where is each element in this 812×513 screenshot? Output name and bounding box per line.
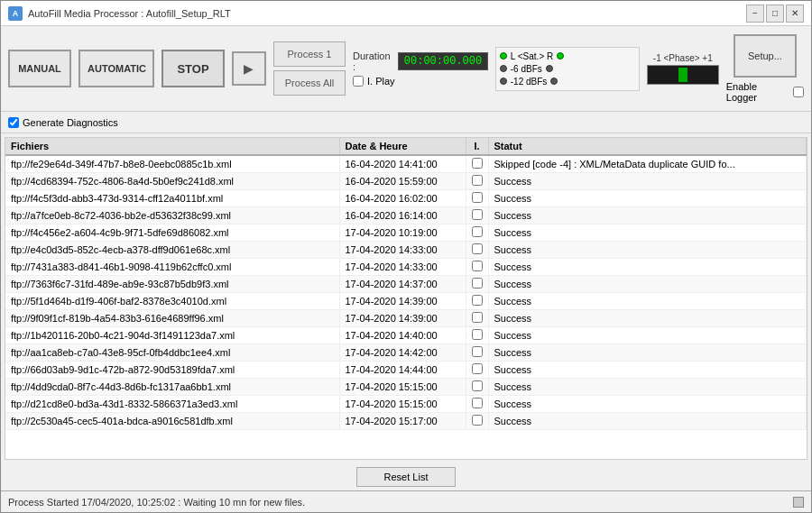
duration-row: Duration : 00:00:00.000 — [353, 50, 488, 72]
iplay-checkbox[interactable] — [353, 76, 364, 87]
cell-checkbox[interactable] — [466, 224, 488, 242]
iplay-label: I. Play — [367, 76, 395, 87]
process-group: Process 1 Process All — [273, 41, 346, 96]
process-all-button[interactable]: Process All — [273, 70, 346, 96]
toolbar: MANUAL AUTOMATIC STOP ▶ Process 1 Proces… — [1, 26, 811, 112]
cell-statut: Success — [488, 310, 807, 327]
cell-checkbox[interactable] — [466, 413, 488, 430]
table-header-row: Fichiers Date & Heure I. Statut — [5, 138, 807, 155]
cell-checkbox[interactable] — [466, 327, 488, 344]
table-row[interactable]: ftp://9f09f1cf-819b-4a54-83b3-616e4689ff… — [5, 310, 807, 327]
cell-fichier: ftp://7363f6c7-31fd-489e-ab9e-93c87b5db9… — [5, 276, 339, 293]
cell-checkbox[interactable] — [466, 344, 488, 362]
cell-date: 17-04-2020 14:37:00 — [339, 276, 466, 293]
cell-fichier: ftp://f4c456e2-a604-4c9b-9f71-5dfe69d860… — [5, 224, 339, 242]
file-table-container[interactable]: Fichiers Date & Heure I. Statut ftp://fe… — [5, 137, 807, 460]
file-table: Fichiers Date & Heure I. Statut ftp://fe… — [5, 138, 807, 430]
cell-date: 17-04-2020 14:40:00 — [339, 327, 466, 344]
cell-date: 17-04-2020 15:15:00 — [339, 379, 466, 396]
cell-date: 16-04-2020 15:59:00 — [339, 173, 466, 190]
col-header-statut: Statut — [488, 138, 807, 155]
setup-button[interactable]: Setup... — [734, 34, 797, 78]
cell-statut: Success — [488, 396, 807, 413]
cell-statut: Success — [488, 242, 807, 259]
automatic-button[interactable]: AUTOMATIC — [78, 50, 154, 87]
table-row[interactable]: ftp://4dd9cda0-8f7c-44d3-8d6b-fc1317aa6b… — [5, 379, 807, 396]
enable-logger-label: Enable Logger — [726, 81, 789, 103]
table-row[interactable]: ftp://aa1ca8eb-c7a0-43e8-95cf-0fb4ddbc1e… — [5, 344, 807, 362]
cell-checkbox[interactable] — [466, 396, 488, 413]
cell-statut: Success — [488, 276, 807, 293]
cell-date: 17-04-2020 10:19:00 — [339, 224, 466, 242]
audio-db12-row: -12 dBFs — [500, 77, 635, 87]
cell-checkbox[interactable] — [466, 310, 488, 327]
table-row[interactable]: ftp://66d03ab9-9d1c-472b-a872-90d53189fd… — [5, 362, 807, 379]
cell-statut: Success — [488, 327, 807, 344]
cell-checkbox[interactable] — [466, 259, 488, 276]
cell-fichier: ftp://2c530a45-cec5-401a-bdca-a9016c581d… — [5, 413, 339, 430]
cell-checkbox[interactable] — [466, 379, 488, 396]
cell-statut: Success — [488, 224, 807, 242]
cell-statut: Success — [488, 413, 807, 430]
play-button[interactable]: ▶ — [232, 51, 266, 86]
cell-fichier: ftp://f4c5f3dd-abb3-473d-9314-cff12a4011… — [5, 190, 339, 207]
cell-checkbox[interactable] — [466, 155, 488, 173]
table-row[interactable]: ftp://fe29e64d-349f-47b7-b8e8-0eebc0885c… — [5, 155, 807, 173]
toolbar-right: Setup... Enable Logger — [726, 34, 804, 103]
cell-date: 17-04-2020 14:44:00 — [339, 362, 466, 379]
table-row[interactable]: ftp://5f1d464b-d1f9-406f-baf2-8378e3c401… — [5, 293, 807, 310]
app-icon: A — [8, 6, 23, 21]
titlebar-buttons: − □ ✕ — [746, 5, 804, 23]
enable-logger-checkbox[interactable] — [793, 87, 804, 97]
cell-date: 17-04-2020 14:39:00 — [339, 310, 466, 327]
close-button[interactable]: ✕ — [786, 5, 804, 23]
phase-bar — [678, 68, 687, 82]
duration-section: Duration : 00:00:00.000 I. Play — [353, 50, 488, 87]
led-l-6db — [500, 65, 507, 72]
manual-button[interactable]: MANUAL — [8, 50, 71, 87]
led-r-6db — [546, 65, 553, 72]
cell-checkbox[interactable] — [466, 362, 488, 379]
table-row[interactable]: ftp://1b420116-20b0-4c21-904d-3f1491123d… — [5, 327, 807, 344]
reset-list-button[interactable]: Reset List — [356, 467, 457, 487]
cell-date: 17-04-2020 15:15:00 — [339, 396, 466, 413]
cell-checkbox[interactable] — [466, 173, 488, 190]
maximize-button[interactable]: □ — [766, 5, 784, 23]
table-row[interactable]: ftp://4cd68394-752c-4806-8a4d-5b0ef9c241… — [5, 173, 807, 190]
duration-display: 00:00:00.000 — [398, 52, 488, 70]
table-row[interactable]: ftp://d21cd8e0-bd3a-43d1-8332-5866371a3e… — [5, 396, 807, 413]
cell-checkbox[interactable] — [466, 293, 488, 310]
stop-button[interactable]: STOP — [161, 50, 225, 87]
cell-checkbox[interactable] — [466, 276, 488, 293]
statusbar: Process Started 17/04/2020, 10:25:02 : W… — [1, 490, 811, 512]
cell-fichier: ftp://a7fce0eb-8c72-4036-bb2e-d53632f38c… — [5, 207, 339, 224]
cell-checkbox[interactable] — [466, 242, 488, 259]
cell-fichier: ftp://9f09f1cf-819b-4a54-83b3-616e4689ff… — [5, 310, 339, 327]
cell-statut: Success — [488, 190, 807, 207]
cell-checkbox[interactable] — [466, 207, 488, 224]
cell-fichier: ftp://7431a383-d841-46b1-9098-4119b62cff… — [5, 259, 339, 276]
table-row[interactable]: ftp://f4c456e2-a604-4c9b-9f71-5dfe69d860… — [5, 224, 807, 242]
cell-date: 16-04-2020 16:02:00 — [339, 190, 466, 207]
diagnostics-label: Generate Diagnostics — [23, 117, 118, 128]
table-row[interactable]: ftp://a7fce0eb-8c72-4036-bb2e-d53632f38c… — [5, 207, 807, 224]
cell-checkbox[interactable] — [466, 190, 488, 207]
minimize-button[interactable]: − — [746, 5, 764, 23]
process1-button[interactable]: Process 1 — [273, 41, 346, 67]
cell-date: 17-04-2020 14:33:00 — [339, 242, 466, 259]
cell-statut: Success — [488, 362, 807, 379]
led-l-12db — [500, 78, 507, 85]
led-l-sat — [500, 52, 507, 60]
table-row[interactable]: ftp://f4c5f3dd-abb3-473d-9314-cff12a4011… — [5, 190, 807, 207]
table-row[interactable]: ftp://2c530a45-cec5-401a-bdca-a9016c581d… — [5, 413, 807, 430]
table-row[interactable]: ftp://e4c0d3d5-852c-4ecb-a378-dff9d061e6… — [5, 242, 807, 259]
cell-statut: Skipped [code -4] : XML/MetaData duplica… — [488, 155, 807, 173]
led-r-sat — [557, 52, 564, 60]
audio-section: L <Sat.> R -6 dBFs -12 dBFs — [495, 47, 640, 91]
table-row[interactable]: ftp://7431a383-d841-46b1-9098-4119b62cff… — [5, 259, 807, 276]
main-window: A AutoFill Media Processor : Autofill_Se… — [0, 0, 812, 513]
diagnostics-checkbox[interactable] — [8, 117, 19, 128]
cell-fichier: ftp://e4c0d3d5-852c-4ecb-a378-dff9d061e6… — [5, 242, 339, 259]
table-row[interactable]: ftp://7363f6c7-31fd-489e-ab9e-93c87b5db9… — [5, 276, 807, 293]
cell-statut: Success — [488, 173, 807, 190]
